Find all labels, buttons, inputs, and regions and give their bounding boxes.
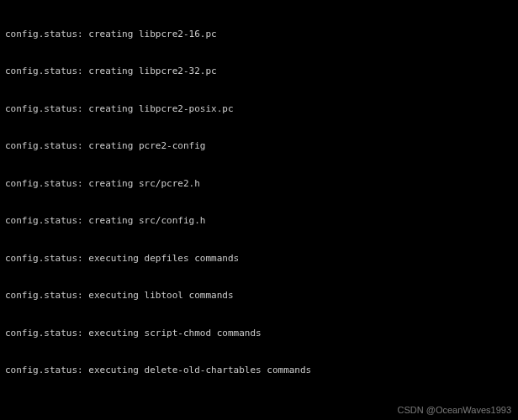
- status-line: config.status: creating libpcre2-posix.p…: [5, 103, 513, 116]
- watermark: CSDN @OceanWaves1993: [398, 404, 511, 417]
- terminal-output: config.status: creating libpcre2-16.pc c…: [5, 3, 513, 420]
- status-line: config.status: executing depfiles comman…: [5, 253, 513, 265]
- status-line: config.status: executing script-chmod co…: [5, 328, 513, 340]
- status-line: config.status: executing delete-old-char…: [5, 365, 513, 377]
- status-line: config.status: creating libpcre2-32.pc: [5, 66, 513, 78]
- status-line: config.status: creating src/config.h: [5, 215, 513, 228]
- status-line: config.status: creating libpcre2-16.pc: [5, 29, 513, 41]
- status-line: config.status: executing libtool command…: [5, 290, 513, 302]
- status-line: config.status: creating pcre2-config: [5, 140, 513, 153]
- status-line: config.status: creating src/pcre2.h: [5, 178, 513, 191]
